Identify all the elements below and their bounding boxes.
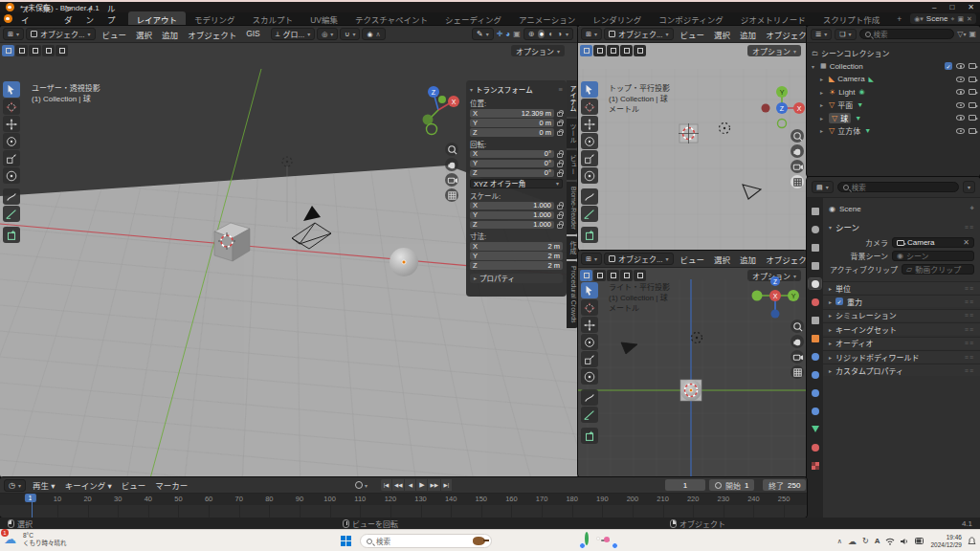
tool-options-dropdown[interactable]: オプション▾: [747, 45, 801, 56]
disable-render-icon[interactable]: [969, 89, 976, 95]
disable-render-icon[interactable]: [969, 77, 976, 82]
pan-hand-icon[interactable]: [445, 158, 458, 171]
wifi-icon[interactable]: [885, 538, 895, 545]
properties-tab-object[interactable]: [809, 333, 821, 343]
rot-z-field[interactable]: Z0°: [470, 169, 554, 178]
minimize-button[interactable]: –: [932, 3, 936, 11]
hide-viewport-icon[interactable]: [956, 102, 965, 108]
props-section-5[interactable]: ▸リジッドボディワールド≡≡: [823, 350, 980, 363]
active-clip-field[interactable]: ▱動画クリップ: [902, 264, 974, 275]
app-visual-studio[interactable]: [479, 538, 480, 540]
filter-icon[interactable]: ▽▾: [957, 30, 966, 38]
disable-render-icon[interactable]: [969, 128, 976, 134]
shading-material-button[interactable]: ◐: [548, 30, 553, 38]
select-mode-4[interactable]: [634, 45, 646, 56]
ortho-grid-icon[interactable]: [445, 188, 458, 202]
properties-subpanel[interactable]: ▸プロパティ: [470, 274, 563, 283]
sidebar-tab-0[interactable]: アイテム: [567, 80, 578, 117]
move-tool[interactable]: [581, 116, 598, 132]
workspace-tab-8[interactable]: コンポジティング: [650, 11, 732, 26]
disable-render-icon[interactable]: [969, 115, 976, 121]
pan-hand-icon[interactable]: [791, 144, 804, 158]
lock-icon[interactable]: [557, 121, 563, 126]
measure-tool[interactable]: [581, 206, 598, 222]
snap-toggle[interactable]: ∪▾: [340, 28, 360, 40]
sidebar-tab-5[interactable]: Procedural Crowds: [567, 261, 578, 328]
properties-tab-world[interactable]: [809, 297, 821, 307]
lock-icon[interactable]: [557, 131, 563, 136]
editor-type-button[interactable]: ☰▾: [811, 29, 832, 40]
pin-icon[interactable]: ⌖: [969, 204, 974, 213]
maximize-button[interactable]: □: [949, 3, 954, 11]
select-tool[interactable]: [581, 81, 598, 98]
editor-type-button[interactable]: ⊞▾: [3, 28, 24, 40]
select-mode-1[interactable]: [593, 45, 606, 56]
sidebar-tab-4[interactable]: 作成: [567, 236, 578, 259]
cursor-tool[interactable]: [581, 99, 598, 115]
display-mode-dropdown[interactable]: ❏▾: [835, 29, 856, 40]
properties-tab-material[interactable]: [809, 442, 821, 452]
volume-icon[interactable]: [901, 538, 909, 545]
loc-z-field[interactable]: Z0 m: [470, 128, 554, 137]
properties-tab-view-layer[interactable]: [809, 260, 821, 271]
props-section-4[interactable]: ▸オーディオ≡≡: [823, 337, 980, 349]
hide-viewport-icon[interactable]: [956, 63, 965, 69]
rotate-tool[interactable]: [3, 133, 20, 149]
sidebar-tab-1[interactable]: ツール: [567, 119, 578, 148]
show-overlays-toggle[interactable]: ◕: [505, 30, 510, 38]
camera-field[interactable]: Camera✕: [892, 237, 974, 248]
cursor-tool[interactable]: [581, 299, 598, 316]
viewport-menu-3[interactable]: オブジェクト: [183, 28, 241, 41]
outliner-item-1[interactable]: ☀Light: [829, 88, 856, 97]
pivot-dropdown[interactable]: ◎▾: [317, 28, 338, 40]
app-settings[interactable]: [498, 538, 500, 540]
dim-z-field[interactable]: Z2 m: [470, 261, 563, 270]
editor-type-button[interactable]: ⊞▾: [581, 253, 602, 265]
timeline-menu-3[interactable]: マーカー: [150, 478, 192, 492]
workspace-tab-0[interactable]: レイアウト: [128, 11, 187, 26]
proportional-edit-toggle[interactable]: ◉∧: [362, 28, 385, 40]
add-cube-tool[interactable]: [3, 227, 20, 243]
tool-options-dropdown[interactable]: オプション▾: [511, 45, 565, 56]
scale-tool[interactable]: [581, 150, 598, 166]
select-mode-1[interactable]: [15, 45, 28, 56]
move-tool[interactable]: [581, 317, 598, 333]
app-blender[interactable]: [597, 538, 599, 540]
viewport-menu-2[interactable]: 追加: [735, 28, 761, 41]
expand-arrow[interactable]: ▸: [820, 127, 826, 134]
sync-icon[interactable]: ↻: [862, 537, 869, 545]
rotate-tool[interactable]: [581, 133, 598, 149]
properties-tab-physics[interactable]: [809, 387, 821, 398]
lock-icon[interactable]: [557, 112, 563, 117]
disable-render-icon[interactable]: [969, 102, 976, 108]
viewport-menu-4[interactable]: GIS: [241, 28, 265, 41]
transform-tool[interactable]: [581, 167, 598, 184]
shading-rendered-button[interactable]: ◑: [557, 30, 562, 38]
workspace-tab-11[interactable]: +: [888, 12, 910, 25]
transform-tool[interactable]: [581, 368, 598, 385]
viewport-menu-3[interactable]: オブジェクト: [761, 28, 807, 41]
select-mode-0[interactable]: [580, 45, 592, 56]
outliner-row[interactable]: ▸▽球▼: [807, 112, 980, 124]
workspace-tab-10[interactable]: スクリプト作成: [814, 11, 889, 26]
new-collection-icon[interactable]: ▣: [969, 30, 976, 38]
frame-end-field[interactable]: 終了250: [763, 479, 806, 491]
workspace-tab-4[interactable]: テクスチャペイント: [346, 11, 436, 26]
scene-selector[interactable]: ◉▾ Scene ⌖ ▣ ✕: [910, 13, 976, 24]
workspace-tab-2[interactable]: スカルプト: [244, 11, 302, 26]
rotation-mode-dropdown[interactable]: XYZ オイラー角▾: [470, 179, 563, 188]
outliner-item-4[interactable]: ▽立方体: [829, 125, 860, 136]
select-tool[interactable]: [581, 282, 598, 298]
editor-type-button[interactable]: ⊞▾: [581, 28, 602, 40]
jump-to-end-button[interactable]: ▶|: [441, 479, 452, 491]
windows-start-button[interactable]: [341, 536, 351, 546]
collection-checkbox[interactable]: ✓: [945, 62, 952, 70]
blender-menu-icon[interactable]: [4, 14, 12, 23]
expand-arrow[interactable]: ▸: [820, 89, 826, 96]
gravity-checkbox[interactable]: ✓: [835, 298, 843, 305]
mode-dropdown[interactable]: オブジェク...▾: [604, 253, 674, 265]
outliner-row[interactable]: 🗀シーンコレクション: [807, 47, 980, 59]
scale-z-field[interactable]: Z1.000: [470, 221, 554, 230]
outliner-item-3[interactable]: ▽球: [829, 113, 851, 123]
dim-x-field[interactable]: X2 m: [470, 242, 563, 251]
